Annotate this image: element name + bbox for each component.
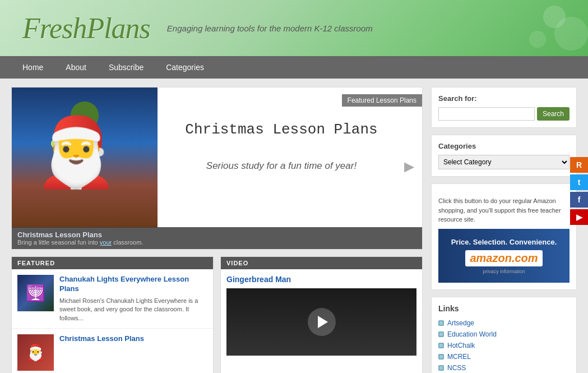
link-bullet-2 [438, 331, 444, 337]
santa-illustration [23, 96, 146, 219]
link-bullet-1 [438, 320, 444, 326]
video-section: VIDEO Gingerbread Man [220, 256, 423, 373]
video-item: Gingerbread Man [221, 269, 422, 361]
categories-section: Categories Select Category [431, 135, 577, 177]
link-bullet-3 [438, 343, 444, 348]
links-header: Links [438, 304, 570, 313]
link-bullet-5 [438, 365, 444, 371]
site-logo[interactable]: FreshPlans [22, 12, 150, 45]
link-label-mcrel: MCREL [447, 353, 471, 361]
featured-section: FEATURED 🕎 Chanukah Lights Everywhere Le… [11, 256, 214, 373]
site-header: FreshPlans Engaging learning tools for t… [0, 0, 588, 56]
amazon-logo-text: amazon.com [470, 252, 538, 264]
featured-title-1[interactable]: Chanukah Lights Everywhere Lesson Plans [59, 275, 207, 294]
featured-text-2: Christmas Lesson Plans [59, 334, 144, 371]
main-nav: Home About Subscribe Categories [0, 56, 588, 79]
nav-home[interactable]: Home [11, 56, 54, 79]
caption-suffix: classroom. [112, 239, 143, 246]
social-bar: R t f ▶ [570, 157, 588, 225]
featured-item-2: 🎅 Christmas Lesson Plans [12, 329, 213, 373]
link-bullet-4 [438, 354, 444, 360]
amazon-privacy: privacy information [447, 269, 561, 274]
twitter-icon[interactable]: t [570, 174, 588, 190]
slideshow-image [12, 88, 158, 228]
featured-badge: Featured Lesson Plans [342, 94, 422, 107]
search-label: Search for: [438, 94, 570, 103]
lower-sections: FEATURED 🕎 Chanukah Lights Everywhere Le… [11, 256, 423, 373]
link-label-artsedge: Artsedge [447, 319, 474, 327]
slide-caption-sub: Bring a little seasonal fun into your cl… [17, 239, 416, 246]
search-input[interactable] [438, 107, 535, 121]
facebook-icon[interactable]: f [570, 192, 588, 208]
slide-text-area: Christmas Lesson Plans Serious study for… [163, 121, 400, 172]
video-header: VIDEO [221, 257, 422, 269]
content-area: Featured Lesson Plans Christmas Lesson P… [11, 87, 423, 373]
link-ncss[interactable]: NCSS [438, 362, 570, 373]
video-play-button[interactable] [308, 308, 336, 336]
featured-title-2[interactable]: Christmas Lesson Plans [59, 334, 144, 344]
link-label-education-world: Education World [447, 330, 497, 338]
caption-link[interactable]: your [100, 239, 112, 246]
category-select[interactable]: Select Category [438, 155, 570, 169]
featured-item-1: 🕎 Chanukah Lights Everywhere Lesson Plan… [12, 269, 213, 329]
nav-categories[interactable]: Categories [155, 56, 215, 79]
slide-caption-title: Christmas Lesson Plans [17, 231, 416, 239]
search-button[interactable]: Search [537, 107, 570, 121]
link-mcrel[interactable]: MCREL [438, 351, 570, 362]
amazon-text: Click this button to do your regular Ama… [438, 196, 570, 224]
link-hotchalk[interactable]: HotChalk [438, 340, 570, 351]
slide-subtitle: Serious study for a fun time of year! [163, 160, 400, 172]
search-row: Search [438, 107, 570, 121]
featured-thumb-1: 🕎 [17, 275, 54, 311]
slide-caption: Christmas Lesson Plans Bring a little se… [12, 227, 422, 249]
link-label-ncss: NCSS [447, 364, 466, 372]
slide-next-arrow[interactable]: ► [401, 157, 418, 176]
search-section: Search for: Search [431, 87, 577, 128]
slideshow-image-inner [12, 88, 158, 228]
link-education-world[interactable]: Education World [438, 329, 570, 340]
slideshow: Featured Lesson Plans Christmas Lesson P… [11, 87, 423, 250]
sidebar: Search for: Search Categories Select Cat… [431, 87, 577, 373]
caption-prefix: Bring a little seasonal fun into [17, 239, 100, 246]
featured-text-1: Chanukah Lights Everywhere Lesson Plans … [59, 275, 207, 323]
amazon-section: Click this button to do your regular Ama… [431, 183, 577, 290]
rss-icon[interactable]: R [570, 157, 588, 173]
featured-header: FEATURED [12, 257, 213, 269]
amazon-banner-headline: Price. Selection. Convenience. [447, 237, 561, 247]
nav-about[interactable]: About [54, 56, 98, 79]
video-title[interactable]: Gingerbread Man [226, 275, 416, 284]
amazon-banner[interactable]: Price. Selection. Convenience. amazon.co… [438, 229, 570, 283]
nav-subscribe[interactable]: Subscribe [98, 56, 155, 79]
youtube-icon[interactable]: ▶ [570, 209, 588, 225]
slide-title: Christmas Lesson Plans [163, 121, 400, 138]
amazon-logo: amazon.com [465, 250, 542, 266]
site-tagline: Engaging learning tools for the modern K… [167, 24, 373, 33]
video-thumbnail[interactable] [226, 288, 416, 356]
links-section: Links Artsedge Education World HotChalk … [431, 297, 577, 373]
featured-thumb-2: 🎅 [17, 334, 54, 371]
featured-desc-1: Michael Rosen's Chanukah Lights Everywhe… [59, 297, 207, 323]
categories-label: Categories [438, 142, 570, 150]
link-artsedge[interactable]: Artsedge [438, 317, 570, 329]
link-label-hotchalk: HotChalk [447, 342, 475, 349]
main-content: Featured Lesson Plans Christmas Lesson P… [0, 79, 588, 373]
